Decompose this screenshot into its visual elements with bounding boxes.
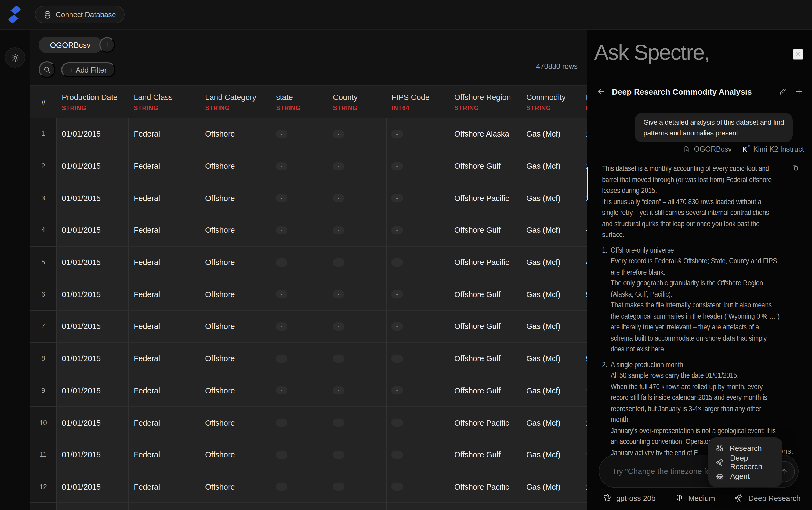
row-number: 12 <box>30 471 57 503</box>
null-value-pill: - <box>333 322 344 331</box>
cell-county: - <box>328 279 387 311</box>
cell-county: - <box>328 215 387 247</box>
column-type: STRING <box>205 105 271 111</box>
menu-item-label: Deep Research <box>730 454 782 471</box>
status-medium[interactable]: Medium <box>675 493 715 502</box>
menu-item-label: Research <box>729 444 762 453</box>
cell-value: Federal <box>134 322 160 331</box>
panel-scrollbar[interactable] <box>587 167 588 200</box>
status-bar: gpt-oss 20bMediumDeep Research <box>602 493 801 503</box>
cell-value: 01/01/2015 <box>62 194 101 202</box>
plus-icon <box>103 41 111 49</box>
cell-value: Offshore <box>205 162 235 170</box>
status-gpt-oss-20b[interactable]: gpt-oss 20b <box>602 493 656 503</box>
column-header--[interactable]: # <box>30 86 57 118</box>
new-thread-button[interactable] <box>795 87 804 96</box>
add-tab-button[interactable] <box>99 37 115 53</box>
cell-commodity: Gas (Mcf) <box>521 311 581 343</box>
column-header-d[interactable]: DI <box>581 86 587 118</box>
null-value-pill: - <box>276 419 287 427</box>
table-row[interactable]: 701/01/2015FederalOffshore---Offshore Gu… <box>30 311 587 343</box>
cell-county: - <box>328 247 387 279</box>
table-row[interactable]: 1101/01/2015FederalOffshore---Offshore G… <box>30 439 587 471</box>
column-header-county[interactable]: CountySTRING <box>328 86 387 118</box>
copy-response-button[interactable] <box>791 164 799 171</box>
back-button[interactable] <box>596 87 605 96</box>
table-row[interactable]: 801/01/2015FederalOffshore---Offshore Gu… <box>30 343 587 375</box>
cell-land-category: Offshore <box>200 279 271 311</box>
cell-production-date: 01/01/2015 <box>57 375 129 407</box>
cell-d: 1 <box>581 118 587 150</box>
menu-item-research[interactable]: Research <box>708 441 782 455</box>
app-frame: Connect Database OGORBcsv + A <box>0 0 812 510</box>
null-value-pill: - <box>276 322 287 331</box>
cell-land-category: Offshore <box>200 247 271 279</box>
cell-value: Offshore <box>205 258 235 266</box>
column-header-fips-code[interactable]: FIPS CodeINT64 <box>387 86 450 118</box>
column-header-offshore-region[interactable]: Offshore RegionSTRING <box>450 86 521 118</box>
theme-toggle-button[interactable] <box>5 47 25 68</box>
telescope-icon <box>734 493 744 503</box>
row-number: 10 <box>30 407 57 439</box>
column-name: Offshore Region <box>454 93 521 102</box>
status-deep-research[interactable]: Deep Research <box>734 493 801 503</box>
null-value-pill: - <box>333 419 344 427</box>
table-row[interactable]: 1001/01/2015FederalOffshore---Offshore P… <box>30 407 587 439</box>
cell-land-class: Federal <box>129 247 200 279</box>
column-header-land-class[interactable]: Land ClassSTRING <box>129 86 200 118</box>
cell-d: 7 <box>581 311 587 343</box>
left-rail <box>0 30 30 510</box>
menu-item-agent[interactable]: Agent <box>708 469 782 483</box>
table-row[interactable]: 101/01/2015FederalOffshore---Offshore Al… <box>30 118 587 150</box>
cell-state: - <box>271 182 328 215</box>
cell-land-category: Offshore <box>200 311 271 343</box>
dataset-tag[interactable]: OGORBcsv <box>683 145 732 153</box>
table-body: 101/01/2015FederalOffshore---Offshore Al… <box>30 118 587 510</box>
table-row[interactable]: 601/01/2015FederalOffshore---Offshore Gu… <box>30 279 587 311</box>
table-row-partial <box>30 503 587 510</box>
cell-fips: - <box>387 215 450 247</box>
column-header-production-date[interactable]: Production DateSTRING <box>57 86 129 118</box>
cell-value: 01/01/2015 <box>62 354 101 363</box>
null-value-pill: - <box>333 451 344 459</box>
cell-value: 01/01/2015 <box>62 322 101 331</box>
table-row[interactable]: 401/01/2015FederalOffshore---Offshore Gu… <box>30 215 587 247</box>
cell-value: Federal <box>134 418 160 427</box>
cell-state: - <box>271 407 328 439</box>
close-panel-button[interactable] <box>793 49 804 60</box>
null-value-pill: - <box>333 483 344 491</box>
cell-d: 10 <box>581 375 587 407</box>
cell-county: - <box>328 118 387 150</box>
table-row[interactable]: 501/01/2015FederalOffshore---Offshore Pa… <box>30 247 587 279</box>
table-row[interactable]: 901/01/2015FederalOffshore---Offshore Gu… <box>30 375 587 407</box>
status-label: gpt-oss 20b <box>616 493 656 502</box>
cell-value: 01/01/2015 <box>62 483 101 491</box>
table-row[interactable]: 201/01/2015FederalOffshore---Offshore Gu… <box>30 150 587 182</box>
cell-value: Gas (Mcf) <box>526 258 561 266</box>
thread-title: Deep Research Commodity Analysis <box>612 87 771 96</box>
cell-empty <box>57 503 129 510</box>
tab-label: OGORBcsv <box>50 40 90 49</box>
column-header-commodity[interactable]: CommoditySTRING <box>521 86 581 118</box>
table-row[interactable]: 301/01/2015FederalOffshore---Offshore Pa… <box>30 182 587 215</box>
cell-land-class: Federal <box>129 343 200 375</box>
cell-value: Gas (Mcf) <box>526 130 561 138</box>
column-header-land-category[interactable]: Land CategorySTRING <box>200 86 271 118</box>
column-type: STRING <box>62 105 129 111</box>
edit-thread-button[interactable] <box>779 87 787 95</box>
column-name: Land Class <box>134 93 200 102</box>
menu-item-deep-research[interactable]: Deep Research <box>708 455 782 469</box>
cell-fips: - <box>387 343 450 375</box>
table-row[interactable]: 1201/01/2015FederalOffshore---Offshore P… <box>30 471 587 503</box>
cell-commodity: Gas (Mcf) <box>521 471 581 503</box>
column-header-state[interactable]: stateSTRING <box>271 86 328 118</box>
model-tag[interactable]: K Kimi K2 Instruct <box>743 145 804 153</box>
cell-production-date: 01/01/2015 <box>57 150 129 182</box>
cell-county: - <box>328 471 387 503</box>
connect-database-button[interactable]: Connect Database <box>35 6 125 23</box>
search-button[interactable] <box>39 61 55 78</box>
add-filter-button[interactable]: + Add Filter <box>61 62 115 77</box>
null-value-pill: - <box>391 387 403 395</box>
cell-value: Gas (Mcf) <box>526 162 561 170</box>
tab-ogorbcsv[interactable]: OGORBcsv <box>39 36 102 53</box>
